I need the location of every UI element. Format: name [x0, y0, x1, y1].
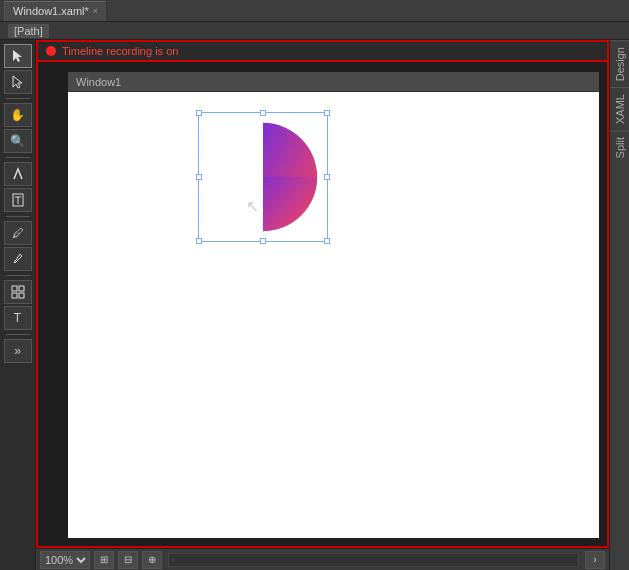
- toolbar-divider-4: [6, 275, 30, 276]
- tab-bar: Window1.xaml* ×: [0, 0, 629, 22]
- path-shape-container[interactable]: [198, 112, 328, 242]
- grid-btn[interactable]: ⊞: [94, 551, 114, 569]
- zoom-tool-btn[interactable]: 🔍: [4, 129, 32, 153]
- zoom-select[interactable]: 100%: [40, 551, 90, 569]
- path-shape-svg: [199, 113, 327, 241]
- toolbar-divider-3: [6, 216, 30, 217]
- breadcrumb-bar: [Path]: [0, 22, 629, 40]
- handle-tr[interactable]: [324, 110, 330, 116]
- main-layout: ✋ 🔍 🖊 T » Timeline recording is on: [0, 40, 629, 570]
- record-dot-icon: [46, 46, 56, 56]
- scroll-right-btn[interactable]: ›: [585, 551, 605, 569]
- window-canvas[interactable]: ↖: [68, 92, 599, 538]
- recording-bar: Timeline recording is on: [36, 40, 609, 62]
- canvas-area[interactable]: Window1: [36, 62, 609, 548]
- toolbar-divider-2: [6, 157, 30, 158]
- svg-rect-6: [19, 286, 24, 291]
- left-toolbar: ✋ 🔍 🖊 T »: [0, 40, 36, 570]
- right-panel-tabs: Design XAML Split: [609, 40, 629, 570]
- tab-label: Window1.xaml*: [13, 5, 89, 17]
- tab-window1xaml[interactable]: Window1.xaml* ×: [4, 1, 107, 21]
- pan-tool-btn[interactable]: ✋: [4, 103, 32, 127]
- handle-bm[interactable]: [260, 238, 266, 244]
- split-tab[interactable]: Split: [611, 130, 629, 164]
- direct-select-tool-btn[interactable]: [4, 70, 32, 94]
- canvas-status-bar: 100% ⊞ ⊟ ⊕ ›: [36, 548, 609, 570]
- window-frame: Window1: [68, 72, 599, 538]
- toolbar-divider-1: [6, 98, 30, 99]
- handle-ml[interactable]: [196, 174, 202, 180]
- components-tool-btn[interactable]: [4, 280, 32, 304]
- tab-close-icon[interactable]: ×: [93, 6, 98, 16]
- recording-text: Timeline recording is on: [62, 45, 178, 57]
- handle-tl[interactable]: [196, 110, 202, 116]
- text-tool-btn[interactable]: [4, 188, 32, 212]
- paint-tool-btn[interactable]: 🖊: [4, 221, 32, 245]
- fit-btn[interactable]: ⊕: [142, 551, 162, 569]
- svg-marker-1: [13, 76, 22, 88]
- snap-btn[interactable]: ⊟: [118, 551, 138, 569]
- handle-br[interactable]: [324, 238, 330, 244]
- handle-mr[interactable]: [324, 174, 330, 180]
- svg-rect-5: [12, 286, 17, 291]
- svg-rect-7: [12, 293, 17, 298]
- states-tool-btn[interactable]: T: [4, 306, 32, 330]
- canvas-scrollbar-h[interactable]: [168, 553, 579, 567]
- select-tool-btn[interactable]: [4, 44, 32, 68]
- svg-rect-8: [19, 293, 24, 298]
- more-tools-btn[interactable]: »: [4, 339, 32, 363]
- handle-bl[interactable]: [196, 238, 202, 244]
- handle-tm[interactable]: [260, 110, 266, 116]
- center-area: Timeline recording is on Window1: [36, 40, 609, 570]
- window-title: Window1: [76, 76, 121, 88]
- pen-tool-btn[interactable]: [4, 162, 32, 186]
- design-tab[interactable]: Design: [611, 40, 629, 87]
- toolbar-divider-5: [6, 334, 30, 335]
- eyedropper-tool-btn[interactable]: [4, 247, 32, 271]
- breadcrumb[interactable]: [Path]: [8, 24, 49, 38]
- xaml-tab[interactable]: XAML: [611, 87, 629, 130]
- svg-marker-0: [13, 50, 22, 62]
- window-title-bar: Window1: [68, 72, 599, 92]
